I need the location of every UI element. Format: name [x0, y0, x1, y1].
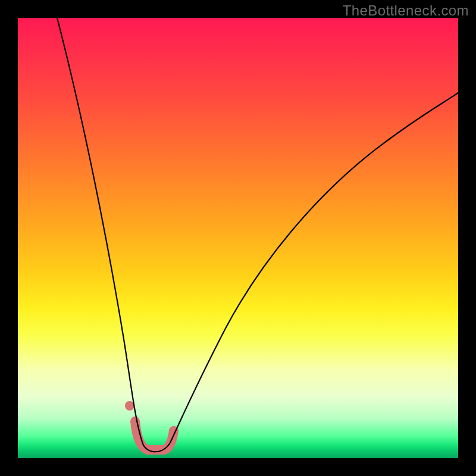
plot-area	[18, 18, 458, 458]
watermark-text: TheBottleneck.com	[343, 2, 469, 19]
chart-frame: TheBottleneck.com	[0, 0, 476, 476]
curve-layer	[18, 18, 458, 458]
bottleneck-curve	[57, 18, 458, 452]
